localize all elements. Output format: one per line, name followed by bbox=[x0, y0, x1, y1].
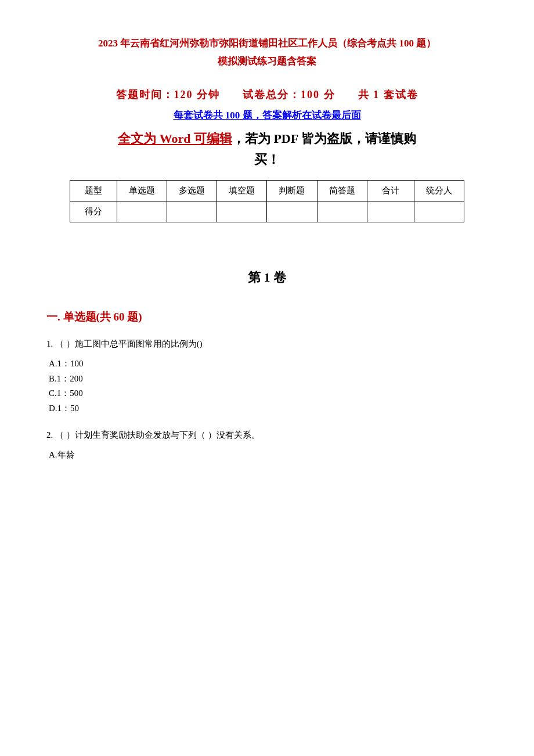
question-2-block: 2. （ ）计划生育奖励扶助金发放与下列（ ）没有关系。 A.年龄 bbox=[46, 427, 488, 463]
question-1-number: 1. bbox=[46, 339, 53, 348]
section1-title: 一. 单选题(共 60 题) bbox=[46, 309, 488, 325]
table-cell-score-single bbox=[117, 201, 167, 222]
header-section: 2023 年云南省红河州弥勒市弥阳街道铺田社区工作人员（综合考点共 100 题）… bbox=[46, 35, 488, 70]
notice2-part2: ，若为 PDF 皆为盗版，请谨慎购 bbox=[232, 131, 416, 146]
table-cell-short: 简答题 bbox=[317, 181, 367, 201]
table-cell-total: 合计 bbox=[367, 181, 414, 201]
table-cell-judge: 判断题 bbox=[267, 181, 317, 201]
notice3: 买！ bbox=[46, 151, 488, 168]
header-title: 2023 年云南省红河州弥勒市弥阳街道铺田社区工作人员（综合考点共 100 题）… bbox=[46, 35, 488, 70]
notice2-line: 全文为 Word 可编辑，若为 PDF 皆为盗版，请谨慎购 bbox=[46, 130, 488, 147]
table-cell-score-multi bbox=[167, 201, 217, 222]
table-cell-score-label: 得分 bbox=[70, 201, 117, 222]
sets-label: 共 1 套试卷 bbox=[358, 89, 418, 100]
score-table: 题型 单选题 多选题 填空题 判断题 简答题 合计 统分人 得分 bbox=[70, 180, 464, 222]
question-1: 1. （ ）施工图中总平面图常用的比例为() bbox=[46, 336, 488, 352]
table-cell-score-total bbox=[367, 201, 414, 222]
title-line1: 2023 年云南省红河州弥勒市弥阳街道铺田社区工作人员（综合考点共 100 题） bbox=[46, 35, 488, 53]
question-1-option-b: B.1：200 bbox=[49, 372, 488, 387]
notice2-part1: 全文为 Word 可编辑 bbox=[118, 131, 232, 146]
table-cell-scorer: 统分人 bbox=[414, 181, 464, 201]
volume-label: 第 1 卷 bbox=[46, 269, 488, 286]
question-1-option-a: A.1：100 bbox=[49, 357, 488, 372]
title-line2: 模拟测试练习题含答案 bbox=[46, 53, 488, 71]
question-1-option-d: D.1：50 bbox=[49, 401, 488, 416]
question-2-option-a: A.年龄 bbox=[49, 448, 488, 463]
question-2: 2. （ ）计划生育奖励扶助金发放与下列（ ）没有关系。 bbox=[46, 427, 488, 443]
table-cell-score-judge bbox=[267, 201, 317, 222]
question-2-number: 2. bbox=[46, 430, 53, 440]
table-cell-score-short bbox=[317, 201, 367, 222]
table-cell-multi: 多选题 bbox=[167, 181, 217, 201]
table-cell-score-scorer bbox=[414, 201, 464, 222]
table-cell-score-fill bbox=[217, 201, 267, 222]
table-cell-type: 题型 bbox=[70, 181, 117, 201]
question-1-text: （ ）施工图中总平面图常用的比例为() bbox=[55, 339, 203, 348]
time-label: 答题时间：120 分钟 bbox=[116, 89, 221, 100]
question-2-text: （ ）计划生育奖励扶助金发放与下列（ ）没有关系。 bbox=[55, 430, 260, 440]
notice1: 每套试卷共 100 题，答案解析在试卷最后面 bbox=[46, 109, 488, 122]
question-1-option-c: C.1：500 bbox=[49, 386, 488, 401]
score-label: 试卷总分：100 分 bbox=[243, 89, 335, 100]
question-1-block: 1. （ ）施工图中总平面图常用的比例为() A.1：100 B.1：200 C… bbox=[46, 336, 488, 416]
table-cell-fill: 填空题 bbox=[217, 181, 267, 201]
table-cell-single: 单选题 bbox=[117, 181, 167, 201]
table-row-header: 题型 单选题 多选题 填空题 判断题 简答题 合计 统分人 bbox=[70, 181, 464, 201]
info-line: 答题时间：120 分钟 试卷总分：100 分 共 1 套试卷 bbox=[46, 88, 488, 102]
table-row-score: 得分 bbox=[70, 201, 464, 222]
